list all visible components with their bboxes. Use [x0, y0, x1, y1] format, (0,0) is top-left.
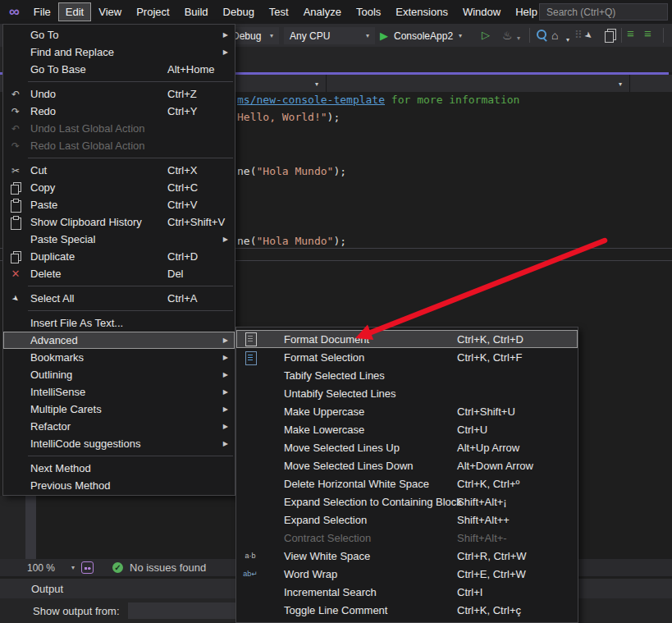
empty-icon	[3, 437, 28, 451]
menu-item-copy[interactable]: CopyCtrl+C	[3, 179, 235, 196]
menu-item-label: Select All	[30, 292, 74, 305]
menu-item-go-to[interactable]: Go To▶	[3, 26, 235, 44]
menu-item-duplicate[interactable]: DuplicateCtrl+D	[3, 248, 235, 265]
menu-item-expand-selection-to-containing-block[interactable]: Expand Selection to Containing BlockShif…	[236, 492, 578, 511]
chevron-down-icon[interactable]: ▾	[566, 34, 569, 47]
code-token-string: "Hola Mundo"	[256, 165, 333, 177]
menu-item-shortcut: Ctrl+A	[167, 292, 197, 305]
menu-item-advanced[interactable]: Advanced▶	[3, 332, 235, 349]
menu-item-move-selected-lines-down[interactable]: Move Selected Lines DownAlt+Down Arrow	[236, 456, 578, 474]
menu-item-format-selection[interactable]: Format SelectionCtrl+K, Ctrl+F	[236, 348, 578, 366]
menu-item-contract-selection: Contract SelectionShift+Alt+-	[236, 529, 578, 547]
menu-item-outlining[interactable]: Outlining▶	[3, 366, 235, 383]
undo-icon: ↶	[3, 121, 28, 136]
menu-item-intellisense[interactable]: IntelliSense▶	[3, 383, 235, 401]
empty-icon	[236, 458, 264, 473]
menu-item-untabify-selected-lines[interactable]: Untabify Selected Lines	[236, 384, 578, 402]
menu-item-expand-selection[interactable]: Expand SelectionShift+Alt++	[236, 511, 578, 529]
menubar-item-debug[interactable]: Debug	[216, 2, 262, 21]
uncomment-lines-icon[interactable]: ≡	[644, 27, 651, 40]
window-home-icon[interactable]: ⌂	[551, 29, 558, 42]
empty-icon	[3, 316, 28, 331]
menu-item-cut[interactable]: ✂CutCtrl+X	[3, 162, 235, 179]
menu-item-label: Cut	[30, 164, 47, 176]
find-in-files-icon[interactable]	[535, 28, 550, 43]
menu-item-intellicode-suggestions[interactable]: IntelliCode suggestions▶	[3, 435, 235, 452]
start-without-debugging-icon[interactable]: ▷	[482, 29, 490, 42]
solution-platform-dropdown[interactable]: Any CPU ▾	[284, 27, 375, 44]
search-input[interactable]	[539, 3, 668, 21]
copy-icon	[3, 181, 28, 195]
menubar-item-test[interactable]: Test	[262, 2, 296, 21]
output-panel-title: Output	[31, 583, 63, 595]
submenu-arrow-icon: ▶	[223, 337, 228, 344]
menu-item-view-white-space[interactable]: a·bView White SpaceCtrl+R, Ctrl+W	[236, 547, 578, 565]
code-token-plain: );	[333, 165, 346, 177]
menubar-item-edit[interactable]: Edit	[58, 2, 91, 21]
menubar-item-analyze[interactable]: Analyze	[296, 2, 349, 21]
menu-item-go-to-base[interactable]: Go To BaseAlt+Home	[3, 61, 235, 78]
menu-item-shortcut: Ctrl+K, Ctrl+º	[457, 478, 519, 490]
menu-item-format-document[interactable]: Format DocumentCtrl+K, Ctrl+D	[236, 330, 578, 348]
menu-item-multiple-carets[interactable]: Multiple Carets▶	[3, 401, 235, 418]
navbar-member-dropdown[interactable]: ▾	[327, 75, 630, 92]
menu-item-shortcut: Ctrl+K, Ctrl+ç	[457, 604, 521, 616]
menu-item-label: Toggle Line Comment	[284, 604, 387, 616]
copy-document-icon[interactable]	[602, 28, 617, 43]
menu-item-label: Bookmarks	[30, 351, 84, 364]
menu-item-paste-special[interactable]: Paste Special▶	[3, 231, 235, 248]
menubar-item-tools[interactable]: Tools	[349, 2, 388, 21]
menu-item-delete[interactable]: ✕DeleteDel	[3, 265, 235, 282]
drag-handle-icon[interactable]: ⠿	[574, 29, 583, 42]
menubar-item-project[interactable]: Project	[129, 2, 176, 21]
menu-item-shortcut: Alt+Up Arrow	[457, 442, 519, 454]
menubar-item-window[interactable]: Window	[455, 2, 508, 21]
menu-item-delete-horizontal-white-space[interactable]: Delete Horizontal White SpaceCtrl+K, Ctr…	[236, 474, 578, 492]
menu-item-refactor[interactable]: Refactor▶	[3, 418, 235, 435]
menu-item-incremental-search[interactable]: Incremental SearchCtrl+I	[236, 583, 578, 601]
menu-item-select-all[interactable]: ➤Select AllCtrl+A	[3, 290, 235, 307]
menubar-item-build[interactable]: Build	[177, 2, 216, 21]
menu-item-bookmarks[interactable]: Bookmarks▶	[3, 349, 235, 366]
comment-lines-icon[interactable]: ≡	[627, 27, 634, 40]
menubar-item-extensions[interactable]: Extensions	[388, 2, 455, 21]
menu-item-find-and-replace[interactable]: Find and Replace▶	[3, 44, 235, 61]
empty-icon	[3, 479, 28, 493]
menu-item-move-selected-lines-up[interactable]: Move Selected Lines UpAlt+Up Arrow	[236, 438, 578, 456]
document-health-indicator[interactable]: ✓ No issues found	[112, 561, 206, 574]
empty-icon	[3, 368, 28, 383]
menu-item-label: IntelliSense	[30, 386, 85, 398]
chevron-down-icon: ▾	[315, 80, 318, 88]
menu-item-paste[interactable]: PasteCtrl+V	[3, 196, 235, 213]
submenu-arrow-icon: ▶	[223, 423, 228, 430]
menu-item-shortcut: Ctrl+Shift+V	[167, 216, 225, 228]
navbar-extra-section	[630, 75, 672, 92]
menu-item-label: Move Selected Lines Down	[284, 460, 414, 472]
intellicode-icon[interactable]	[81, 561, 94, 574]
empty-icon	[3, 402, 28, 417]
zoom-level-dropdown[interactable]: 100 % ▾	[27, 562, 75, 574]
chevron-down-icon[interactable]: ▾	[517, 32, 520, 45]
menu-item-label: Format Selection	[284, 351, 364, 364]
menu-item-previous-method[interactable]: Previous Method	[3, 477, 235, 494]
menubar-item-view[interactable]: View	[91, 2, 129, 21]
menu-item-toggle-line-comment[interactable]: Toggle Line CommentCtrl+K, Ctrl+ç	[236, 601, 578, 619]
menu-item-insert-file-as-text[interactable]: Insert File As Text...	[3, 314, 235, 332]
menu-item-redo[interactable]: ↷RedoCtrl+Y	[3, 103, 235, 120]
menu-item-make-lowercase[interactable]: Make LowercaseCtrl+U	[236, 420, 578, 438]
menu-item-word-wrap[interactable]: ab↵Word WrapCtrl+E, Ctrl+W	[236, 565, 578, 583]
menu-item-label: IntelliCode suggestions	[30, 437, 140, 450]
submenu-arrow-icon: ▶	[223, 31, 228, 39]
hot-reload-icon[interactable]: ♨	[502, 29, 513, 42]
menu-item-next-method[interactable]: Next Method	[3, 460, 235, 477]
menu-item-make-uppercase[interactable]: Make UppercaseCtrl+Shift+U	[236, 402, 578, 420]
menu-item-undo[interactable]: ↶UndoCtrl+Z	[3, 85, 235, 103]
show-output-from-dropdown[interactable]	[128, 602, 253, 619]
menu-item-label: Format Document	[284, 333, 369, 346]
menu-item-tabify-selected-lines[interactable]: Tabify Selected Lines	[236, 366, 578, 384]
pointer-icon[interactable]: ➤	[582, 28, 596, 43]
start-debugging-button[interactable]: ▶ ConsoleApp2 ▾	[380, 27, 462, 44]
menu-item-show-clipboard-history[interactable]: Show Clipboard HistoryCtrl+Shift+V	[3, 213, 235, 231]
empty-icon	[236, 476, 264, 491]
menubar-item-file[interactable]: File	[26, 2, 58, 21]
